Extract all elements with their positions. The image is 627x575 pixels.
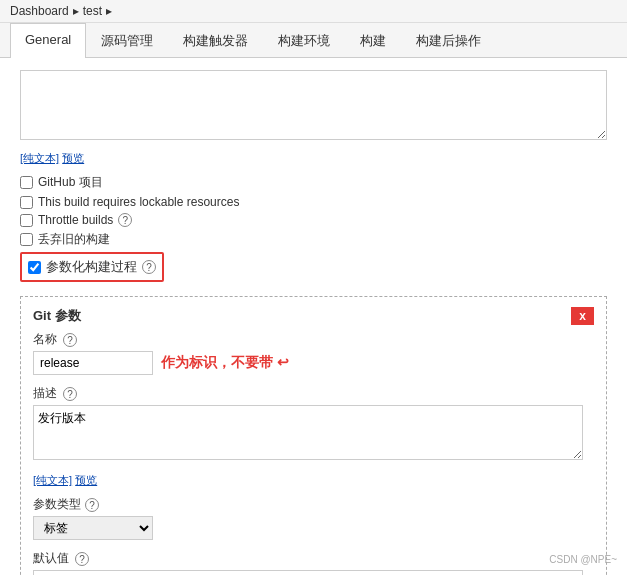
tab-general[interactable]: General [10,23,86,58]
preview-label-main: [纯文本] 预览 [20,151,607,166]
delete-param-button[interactable]: x [571,307,594,325]
preview-prefix-main: [纯文本] [20,152,59,164]
name-input[interactable] [33,351,153,375]
param-type-label-row: 参数类型 ? [33,496,594,513]
desc-textarea[interactable]: 发行版本 [33,405,583,460]
param-section: Git 参数 x 名称 ? 作为标识，不要带 ↩ 描述 ? [20,296,607,575]
desc-field-group: 描述 ? 发行版本 [33,385,594,463]
breadcrumb-project[interactable]: test [83,4,102,18]
desc-label-row: 描述 ? [33,385,594,402]
breadcrumb-sep2: ▸ [106,4,112,18]
tab-post[interactable]: 构建后操作 [401,23,496,58]
param-build-label[interactable]: 参数化构建过程 [46,258,137,276]
desc-label: 描述 [33,385,57,402]
checkbox-throttle: Throttle builds ? [20,213,607,227]
default-label-row: 默认值 ? [33,550,594,567]
param-section-header: Git 参数 x [33,307,594,331]
lockable-label[interactable]: This build requires lockable resources [38,195,239,209]
name-help-icon[interactable]: ? [63,333,77,347]
breadcrumb-dashboard[interactable]: Dashboard [10,4,69,18]
form-body: [纯文本] 预览 GitHub 项目 This build requires l… [0,58,627,575]
tab-build[interactable]: 构建 [345,23,401,58]
param-build-help-icon[interactable]: ? [142,260,156,274]
github-checkbox[interactable] [20,176,33,189]
param-type-field-group: 参数类型 ? 标签 分支 修订版本 分支或标签 [33,496,594,540]
lockable-checkbox[interactable] [20,196,33,209]
preview-link-param[interactable]: 预览 [75,474,97,486]
old-build-label[interactable]: 丢弃旧的构建 [38,231,110,248]
checkbox-github: GitHub 项目 [20,174,607,191]
name-label-row: 名称 ? [33,331,594,348]
param-section-title: Git 参数 [33,307,81,325]
name-field-group: 名称 ? 作为标识，不要带 ↩ [33,331,594,375]
checkbox-lockable: This build requires lockable resources [20,195,607,209]
default-help-icon[interactable]: ? [75,552,89,566]
default-label: 默认值 [33,550,69,567]
default-field-group: 默认值 ? [33,550,594,575]
param-build-highlighted: 参数化构建过程 ? [20,252,164,282]
description-section [20,70,607,143]
preview-label-param: [纯文本] 预览 [33,473,594,488]
throttle-label[interactable]: Throttle builds [38,213,113,227]
preview-link-main[interactable]: 预览 [62,152,84,164]
desc-help-icon[interactable]: ? [63,387,77,401]
param-build-checkbox[interactable] [28,261,41,274]
description-textarea[interactable] [20,70,607,140]
param-type-select[interactable]: 标签 分支 修订版本 分支或标签 [33,516,153,540]
throttle-help-icon[interactable]: ? [118,213,132,227]
old-build-checkbox[interactable] [20,233,33,246]
default-input[interactable] [33,570,583,575]
name-input-row: 作为标识，不要带 ↩ [33,351,594,375]
tab-source[interactable]: 源码管理 [86,23,168,58]
github-label[interactable]: GitHub 项目 [38,174,103,191]
name-label: 名称 [33,331,57,348]
param-type-label: 参数类型 [33,496,81,513]
tab-bar: General 源码管理 构建触发器 构建环境 构建 构建后操作 [0,23,627,58]
preview-prefix-param: [纯文本] [33,474,72,486]
main-content: General 源码管理 构建触发器 构建环境 构建 构建后操作 [纯文本] 预… [0,23,627,575]
tab-trigger[interactable]: 构建触发器 [168,23,263,58]
breadcrumb-sep1: ▸ [73,4,79,18]
throttle-checkbox[interactable] [20,214,33,227]
checkbox-old-build: 丢弃旧的构建 [20,231,607,248]
param-type-help-icon[interactable]: ? [85,498,99,512]
tab-env[interactable]: 构建环境 [263,23,345,58]
breadcrumb: Dashboard ▸ test ▸ [0,0,627,23]
watermark: CSDN @NPE~ [549,554,617,565]
annotation-text: 作为标识，不要带 ↩ [161,354,289,372]
